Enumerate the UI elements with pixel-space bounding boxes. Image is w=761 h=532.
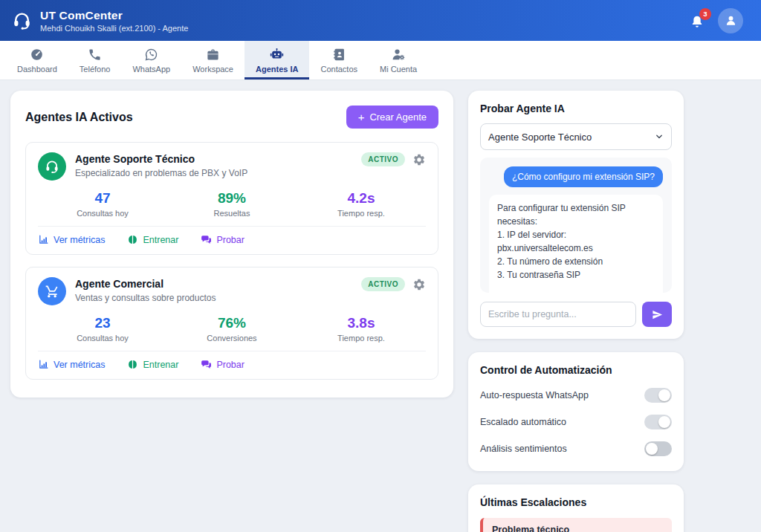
whatsapp-icon	[144, 48, 158, 62]
agent-description: Ventas y consultas sobre productos	[75, 293, 352, 303]
plus-icon: +	[358, 111, 365, 123]
tab-telefono[interactable]: Teléfono	[68, 41, 122, 80]
user-icon	[725, 14, 737, 27]
tab-mi-cuenta[interactable]: Mi Cuenta	[369, 41, 428, 80]
briefcase-icon	[206, 48, 220, 62]
stat-value: 47	[38, 190, 167, 207]
stat-label: Tiempo resp.	[297, 209, 426, 218]
tab-label: Workspace	[192, 65, 233, 74]
agent-select-value: Agente Soporte Técnico	[488, 132, 592, 143]
robot-icon	[270, 48, 284, 62]
chart-icon	[38, 234, 49, 245]
notifications-button[interactable]: 3	[690, 13, 705, 28]
phone-icon	[88, 48, 102, 62]
tab-dashboard[interactable]: Dashboard	[6, 41, 68, 80]
tab-agentes-ia[interactable]: Agentes IA	[245, 41, 309, 80]
agent-name: Agente Comercial	[75, 278, 352, 290]
toggle-label-auto-respuesta: Auto-respuesta WhatsApp	[480, 390, 589, 400]
agent-settings-button[interactable]	[412, 278, 426, 291]
stat-label: Consultas hoy	[38, 334, 167, 343]
chevron-down-icon	[655, 132, 664, 141]
gear-icon	[412, 153, 426, 166]
tab-label: Contactos	[320, 65, 357, 74]
ver-metricas-link[interactable]: Ver métricas	[38, 359, 105, 370]
agent-description: Especializado en problemas de PBX y VoIP	[75, 168, 352, 178]
agents-panel-title: Agentes IA Activos	[25, 111, 133, 124]
stat-resueltas: 89% Resueltas	[167, 190, 297, 218]
stat-value: 89%	[167, 190, 297, 207]
app-title: UT ComCenter	[40, 9, 188, 22]
stat-label: Resueltas	[167, 209, 297, 218]
action-label: Probar	[216, 235, 245, 245]
train-icon	[127, 359, 138, 370]
stat-label: Conversiones	[167, 334, 297, 343]
tab-label: Mi Cuenta	[380, 65, 417, 74]
stat-consultas: 23 Consultas hoy	[38, 315, 167, 343]
tab-label: Dashboard	[17, 65, 57, 74]
escalations-panel-title: Últimas Escalaciones	[480, 496, 672, 508]
stat-value: 3.8s	[297, 315, 426, 331]
train-icon	[127, 234, 138, 245]
action-label: Ver métricas	[54, 235, 105, 245]
main-nav: Dashboard Teléfono WhatsApp Workspace Ag…	[0, 41, 761, 80]
status-badge: ACTIVO	[361, 277, 405, 291]
toggle-escalado-automatico[interactable]	[644, 415, 672, 429]
top-bar: UT ComCenter Mehdi Chouikh Skalli (ext.2…	[0, 0, 761, 41]
toggle-knob	[658, 389, 670, 401]
stat-value: 76%	[167, 315, 297, 331]
tab-contactos[interactable]: Contactos	[309, 41, 369, 80]
agent-settings-button[interactable]	[412, 153, 426, 166]
tab-label: Agentes IA	[256, 65, 298, 74]
chart-icon	[38, 359, 49, 370]
agents-panel: Agentes IA Activos + Crear Agente Agente…	[10, 91, 453, 398]
action-label: Probar	[216, 360, 245, 370]
tab-label: Teléfono	[80, 65, 111, 74]
question-input[interactable]	[480, 302, 636, 327]
toggle-analisis-sentimientos[interactable]	[644, 441, 672, 456]
create-agent-label: Crear Agente	[369, 111, 427, 123]
user-gear-icon	[392, 48, 406, 62]
toggle-auto-respuesta-whatsapp[interactable]	[644, 388, 672, 403]
automation-panel: Control de Automatización Auto-respuesta…	[468, 352, 684, 471]
agent-select[interactable]: Agente Soporte Técnico	[480, 123, 672, 150]
app-logo: UT ComCenter Mehdi Chouikh Skalli (ext.2…	[12, 9, 188, 33]
toggle-label-escalado: Escalado automático	[480, 417, 566, 427]
tab-label: WhatsApp	[132, 65, 170, 74]
stat-value: 23	[38, 315, 167, 331]
tab-whatsapp[interactable]: WhatsApp	[121, 41, 181, 80]
toggle-knob	[658, 416, 670, 428]
headset-logo-icon	[12, 10, 32, 30]
agent-avatar	[38, 152, 66, 181]
test-panel-title: Probar Agente IA	[480, 103, 672, 114]
entrenar-link[interactable]: Entrenar	[127, 234, 178, 245]
user-chat-bubble: ¿Cómo configuro mi extensión SIP?	[504, 166, 663, 187]
logged-user-line: Mehdi Chouikh Skalli (ext.2100) - Agente	[40, 24, 188, 33]
send-button[interactable]	[642, 302, 672, 327]
stat-consultas: 47 Consultas hoy	[38, 190, 167, 218]
create-agent-button[interactable]: + Crear Agente	[346, 106, 438, 129]
ver-metricas-link[interactable]: Ver métricas	[38, 234, 105, 245]
stat-value: 4.2s	[297, 190, 426, 207]
user-avatar[interactable]	[718, 8, 743, 33]
escalation-title: Problema técnico	[492, 525, 663, 532]
probar-link[interactable]: Probar	[201, 359, 245, 370]
toggle-knob	[646, 443, 658, 455]
probar-link[interactable]: Probar	[201, 234, 245, 245]
cart-icon	[45, 284, 59, 299]
escalation-item: Problema técnico Cliente insatisfecho - …	[480, 518, 672, 532]
stat-label: Consultas hoy	[38, 209, 167, 218]
stat-tiempo: 3.8s Tiempo resp.	[297, 315, 426, 343]
entrenar-link[interactable]: Entrenar	[127, 359, 178, 370]
bot-chat-bubble: Para configurar tu extensión SIP necesit…	[489, 195, 663, 293]
chat-bubbles-icon	[201, 359, 212, 370]
automation-panel-title: Control de Automatización	[480, 364, 672, 376]
toggle-label-sentimientos: Análisis sentimientos	[480, 444, 567, 454]
action-label: Entrenar	[143, 360, 178, 370]
action-label: Ver métricas	[54, 360, 105, 370]
chat-bubbles-icon	[201, 234, 212, 245]
paper-plane-icon	[652, 309, 663, 320]
tab-workspace[interactable]: Workspace	[181, 41, 245, 80]
headset-icon	[45, 159, 59, 174]
gauge-icon	[30, 48, 44, 62]
status-badge: ACTIVO	[361, 152, 405, 166]
